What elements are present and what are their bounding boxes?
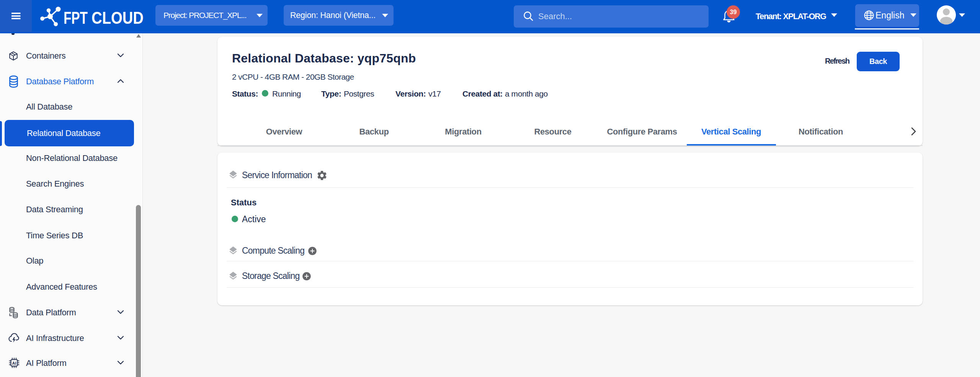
svg-text:CLOUD: CLOUD: [91, 8, 144, 28]
svg-text:FPT: FPT: [64, 8, 88, 28]
svg-text:AI: AI: [12, 361, 16, 366]
